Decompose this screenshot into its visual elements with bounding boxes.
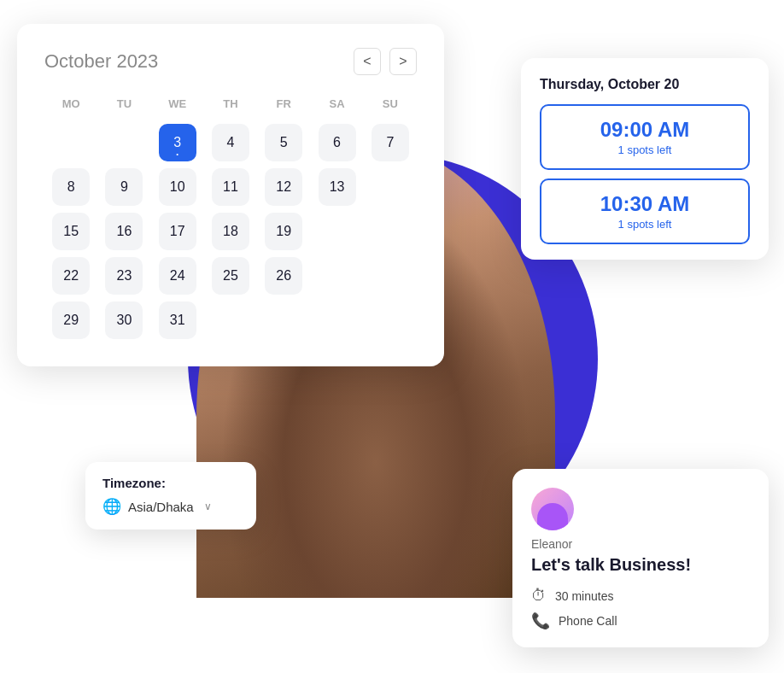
calendar-cell[interactable]: 11 (204, 165, 257, 209)
day-number[interactable]: 11 (212, 168, 249, 206)
empty-day (372, 255, 409, 293)
weekday-header: SA (310, 92, 363, 120)
empty-day (105, 122, 143, 160)
type-row: 📞 Phone Call (531, 612, 750, 630)
calendar-cell[interactable]: 3 (151, 120, 204, 165)
calendar-nav: < > (354, 48, 417, 75)
day-number[interactable]: 8 (52, 168, 90, 206)
calendar-cell[interactable]: 22 (44, 254, 97, 298)
calendar-cell[interactable]: 7 (364, 120, 417, 165)
day-number[interactable]: 3 (159, 124, 196, 161)
timezone-value[interactable]: 🌐 Asia/Dhaka ∨ (102, 497, 239, 516)
booking-title: Let's talk Business! (531, 554, 750, 575)
weekday-header: TH (204, 92, 257, 120)
booking-meta: ⏱ 30 minutes 📞 Phone Call (531, 587, 750, 630)
calendar-cell (257, 298, 310, 342)
day-number[interactable]: 26 (265, 257, 302, 295)
timezone-text: Asia/Dhaka (128, 500, 194, 514)
timeslot-card: Thursday, October 20 09:00 AM 1 spots le… (521, 58, 769, 260)
day-number[interactable]: 30 (105, 301, 143, 339)
chevron-down-icon: ∨ (204, 500, 212, 512)
calendar-cell (310, 254, 363, 298)
day-number[interactable]: 9 (105, 168, 143, 206)
weekday-header: TU (97, 92, 150, 120)
globe-icon: 🌐 (102, 497, 121, 516)
time-slot-1[interactable]: 09:00 AM 1 spots left (540, 104, 750, 170)
calendar-cell[interactable]: 24 (151, 254, 204, 298)
weekday-header: FR (257, 92, 310, 120)
day-number[interactable]: 22 (52, 257, 90, 295)
weekday-header: MO (44, 92, 97, 120)
empty-day (319, 300, 356, 337)
calendar-cell[interactable]: 19 (257, 209, 310, 254)
calendar-cell[interactable]: 10 (151, 165, 204, 209)
day-number[interactable]: 25 (212, 257, 249, 295)
avatar (531, 488, 574, 530)
calendar-cell[interactable]: 9 (97, 165, 150, 209)
day-number[interactable]: 29 (52, 301, 90, 339)
day-number[interactable]: 6 (319, 124, 356, 161)
day-number[interactable]: 4 (212, 124, 249, 161)
calendar-cell (364, 254, 417, 298)
calendar-month: October 2023 (44, 50, 158, 73)
day-number[interactable]: 19 (265, 213, 302, 250)
duration-row: ⏱ 30 minutes (531, 587, 750, 605)
day-number[interactable]: 23 (105, 257, 143, 295)
day-number[interactable]: 16 (105, 213, 143, 250)
time-slot-2[interactable]: 10:30 AM 1 spots left (540, 178, 750, 244)
day-number[interactable]: 24 (159, 257, 196, 295)
calendar-cell[interactable]: 29 (44, 298, 97, 342)
calendar-cell[interactable]: 30 (97, 298, 150, 342)
avatar-silhouette (537, 503, 568, 530)
calendar-cell (97, 120, 150, 165)
type-text: Phone Call (559, 614, 617, 628)
calendar-header: October 2023 < > (44, 48, 417, 75)
calendar-cell (364, 298, 417, 342)
calendar-cell (364, 209, 417, 254)
day-number[interactable]: 7 (372, 124, 409, 161)
weekday-header: WE (151, 92, 204, 120)
calendar-cell[interactable]: 18 (204, 209, 257, 254)
calendar-cell[interactable]: 31 (151, 298, 204, 342)
day-number[interactable]: 18 (212, 213, 249, 250)
booking-card: Eleanor Let's talk Business! ⏱ 30 minute… (512, 469, 769, 647)
empty-day (52, 122, 90, 160)
calendar-cell[interactable]: 12 (257, 165, 310, 209)
calendar-cell (204, 298, 257, 342)
day-number[interactable]: 13 (319, 168, 356, 206)
empty-day (265, 300, 302, 337)
phone-icon: 📞 (531, 612, 550, 630)
clock-icon: ⏱ (531, 587, 547, 605)
calendar-cell[interactable]: 6 (310, 120, 363, 165)
day-number[interactable]: 10 (159, 168, 196, 206)
calendar-cell[interactable]: 17 (151, 209, 204, 254)
calendar-cell[interactable]: 8 (44, 165, 97, 209)
time-value-1: 09:00 AM (555, 118, 734, 142)
calendar-cell[interactable]: 25 (204, 254, 257, 298)
day-number[interactable]: 15 (52, 213, 90, 250)
empty-day (319, 211, 356, 249)
day-number[interactable]: 17 (159, 213, 196, 250)
weekday-header: SU (364, 92, 417, 120)
duration-text: 30 minutes (555, 589, 613, 603)
day-number[interactable]: 5 (265, 124, 302, 161)
day-number[interactable]: 31 (159, 301, 196, 339)
next-month-button[interactable]: > (389, 48, 417, 75)
day-number[interactable]: 12 (265, 168, 302, 206)
empty-day (372, 211, 409, 249)
calendar-cell[interactable]: 5 (257, 120, 310, 165)
empty-day (372, 167, 409, 204)
calendar-cell (364, 165, 417, 209)
empty-day (212, 300, 249, 337)
calendar-cell[interactable]: 15 (44, 209, 97, 254)
calendar-cell[interactable]: 4 (204, 120, 257, 165)
calendar-grid: MOTUWETHFRSASU 3456789101112131516171819… (44, 92, 417, 342)
calendar-cell[interactable]: 16 (97, 209, 150, 254)
prev-month-button[interactable]: < (354, 48, 381, 75)
calendar-cell (310, 209, 363, 254)
calendar-cell[interactable]: 13 (310, 165, 363, 209)
calendar-cell[interactable]: 23 (97, 254, 150, 298)
timeslot-date: Thursday, October 20 (540, 77, 750, 92)
calendar-cell[interactable]: 26 (257, 254, 310, 298)
booking-name: Eleanor (531, 537, 750, 551)
